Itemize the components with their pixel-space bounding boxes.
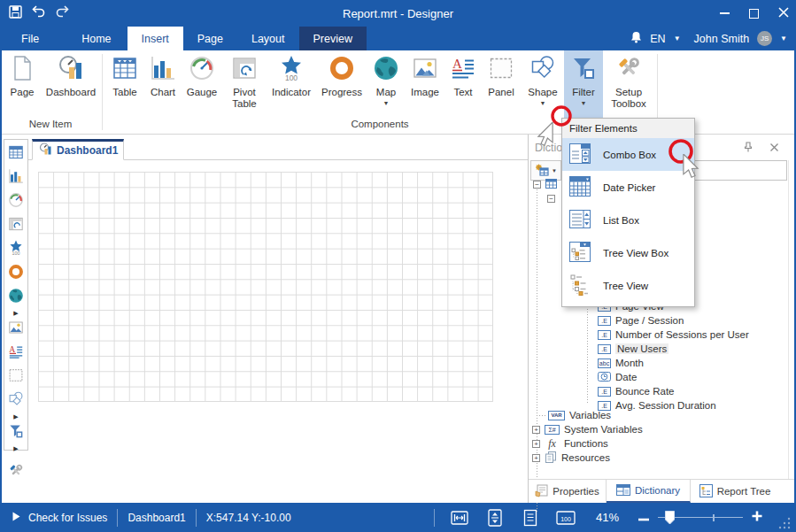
tree-item-field-selected[interactable]: .ENew Users bbox=[598, 342, 668, 356]
tree-item-variables[interactable]: VARVariables bbox=[548, 408, 611, 422]
resize-grip[interactable] bbox=[778, 517, 791, 532]
user-name[interactable]: John Smith bbox=[694, 33, 750, 45]
close-panel-icon[interactable] bbox=[770, 142, 778, 154]
filter-dropdown-caret-icon[interactable]: ▼ bbox=[581, 101, 587, 105]
tab-preview[interactable]: Preview bbox=[299, 27, 367, 50]
text-icon: A bbox=[450, 55, 476, 84]
tree-item-field[interactable]: .ENumber of Sessions per User bbox=[598, 328, 749, 342]
tree-item-system-variables[interactable]: +Σ#System Variables bbox=[532, 422, 643, 436]
design-canvas[interactable] bbox=[28, 160, 528, 503]
user-caret-icon[interactable]: ▼ bbox=[780, 35, 787, 42]
ribbon-button-text[interactable]: A Text bbox=[445, 50, 481, 119]
ribbon-button-panel[interactable]: Panel bbox=[481, 50, 522, 119]
ribbon-group-new-item: Page Dashboard New Item bbox=[2, 50, 99, 134]
text-icon[interactable]: A bbox=[8, 343, 24, 363]
zoom-100-icon[interactable]: 100 bbox=[555, 508, 576, 528]
shape-flyout-arrow-icon[interactable]: ▶ bbox=[13, 415, 18, 419]
tree-item-field[interactable]: .EBounce Rate bbox=[598, 384, 675, 398]
maximize-button[interactable] bbox=[749, 9, 759, 19]
language-caret-icon[interactable]: ▼ bbox=[674, 35, 681, 42]
ribbon-button-indicator[interactable]: 100 Indicator bbox=[267, 50, 316, 119]
tree-item-field[interactable]: Date bbox=[598, 370, 637, 384]
menu-item-date-picker[interactable]: Date Picker bbox=[562, 171, 694, 204]
ribbon-button-dashboard[interactable]: Dashboard bbox=[43, 50, 99, 119]
map-dropdown-caret-icon[interactable]: ▼ bbox=[383, 101, 390, 105]
minimize-button[interactable] bbox=[720, 12, 730, 14]
ribbon-button-chart[interactable]: Chart bbox=[144, 50, 182, 119]
progress-icon[interactable] bbox=[8, 264, 24, 283]
table-icon[interactable] bbox=[8, 144, 24, 164]
menu-item-list-box[interactable]: List Box bbox=[562, 204, 694, 236]
tree-item-resources[interactable]: +Resources bbox=[532, 451, 610, 465]
menu-item-tree-view[interactable]: Tree View bbox=[562, 269, 694, 302]
ribbon-button-map[interactable]: Map ▼ bbox=[367, 50, 405, 119]
ribbon-button-image[interactable]: Image bbox=[405, 50, 445, 119]
gauge-icon[interactable] bbox=[8, 192, 24, 212]
expand-icon[interactable]: + bbox=[532, 454, 540, 462]
panel-scrollbar[interactable] bbox=[788, 160, 789, 479]
zoom-slider[interactable] bbox=[658, 510, 743, 526]
tree-item-field[interactable]: .EPage / Session bbox=[598, 313, 684, 328]
panel-icon[interactable] bbox=[8, 367, 24, 387]
expand-icon[interactable]: + bbox=[532, 440, 540, 448]
image-icon[interactable] bbox=[8, 320, 24, 339]
tab-dictionary[interactable]: Dictionary bbox=[607, 480, 691, 503]
filter-flyout-arrow-icon[interactable]: ▶ bbox=[13, 447, 18, 451]
zoom-in-button[interactable] bbox=[752, 511, 762, 524]
tree-item-field[interactable]: abcMonth bbox=[598, 356, 644, 370]
chart-icon[interactable] bbox=[8, 168, 24, 188]
menu-item-tree-view-box[interactable]: Tree View Box bbox=[562, 236, 694, 269]
tab-properties[interactable]: Properties bbox=[529, 480, 607, 503]
tree-item-datasource[interactable]: − bbox=[533, 177, 557, 191]
notifications-icon[interactable] bbox=[630, 31, 642, 46]
svg-text:A: A bbox=[9, 344, 15, 354]
ribbon-button-page[interactable]: Page bbox=[2, 50, 43, 119]
pivot-table-icon[interactable] bbox=[8, 216, 24, 235]
statusbar-page-name[interactable]: Dashboard1 bbox=[128, 512, 185, 524]
tree-item-field[interactable]: .EAvg. Session Duration bbox=[598, 398, 716, 412]
chart-icon bbox=[150, 55, 176, 84]
collapse-icon[interactable]: − bbox=[547, 195, 555, 203]
title-bar: Report.mrt - Designer bbox=[0, 0, 796, 27]
user-avatar[interactable]: JS bbox=[757, 31, 772, 46]
tab-insert[interactable]: Insert bbox=[128, 27, 183, 50]
date-icon bbox=[598, 372, 611, 383]
filter-icon[interactable] bbox=[8, 423, 24, 443]
page-tab-dashboard1[interactable]: Dashboard1 bbox=[32, 139, 124, 160]
tab-home[interactable]: Home bbox=[67, 27, 125, 50]
expand-icon[interactable]: + bbox=[532, 426, 540, 434]
tab-file[interactable]: File bbox=[7, 27, 53, 50]
language-selector[interactable]: EN bbox=[650, 33, 665, 45]
ribbon-button-table[interactable]: Table bbox=[105, 50, 144, 119]
setup-toolbox-icon[interactable] bbox=[8, 463, 24, 482]
map-flyout-arrow-icon[interactable]: ▶ bbox=[13, 312, 18, 315]
filter-icon bbox=[570, 55, 597, 84]
close-button[interactable] bbox=[778, 5, 789, 21]
ribbon-button-progress[interactable]: Progress bbox=[316, 50, 367, 119]
page-view-icon[interactable] bbox=[520, 508, 541, 528]
shape-dropdown-caret-icon[interactable]: ▼ bbox=[540, 101, 546, 105]
svg-text:100: 100 bbox=[560, 515, 571, 521]
tree-item-datatable[interactable]: − bbox=[547, 191, 555, 205]
shape-icon[interactable] bbox=[8, 391, 24, 411]
zoom-slider-thumb[interactable] bbox=[665, 511, 675, 528]
tab-page[interactable]: Page bbox=[183, 27, 237, 50]
svg-text:100: 100 bbox=[12, 251, 20, 256]
map-icon[interactable] bbox=[8, 288, 24, 307]
tab-report-tree[interactable]: Report Tree bbox=[691, 480, 779, 503]
pin-icon[interactable] bbox=[744, 142, 753, 155]
check-for-issues-button[interactable]: Check for Issues bbox=[28, 512, 107, 524]
fit-height-icon[interactable] bbox=[484, 508, 506, 528]
dashboard-grid-page[interactable] bbox=[38, 172, 493, 402]
indicator-icon[interactable]: 100 bbox=[8, 240, 24, 259]
run-check-icon[interactable] bbox=[12, 512, 20, 524]
collapse-icon[interactable]: − bbox=[533, 181, 541, 189]
zoom-out-button[interactable] bbox=[638, 512, 649, 524]
ribbon-button-setup-toolbox[interactable]: Setup Toolbox bbox=[603, 50, 654, 119]
cursor-arrow-icon bbox=[535, 122, 556, 150]
fit-width-icon[interactable] bbox=[449, 508, 470, 528]
tree-item-functions[interactable]: +fxFunctions bbox=[532, 436, 608, 451]
tab-layout[interactable]: Layout bbox=[237, 27, 299, 50]
ribbon-button-gauge[interactable]: Gauge bbox=[182, 50, 222, 119]
ribbon-button-pivot-table[interactable]: Pivot Table bbox=[222, 50, 267, 119]
